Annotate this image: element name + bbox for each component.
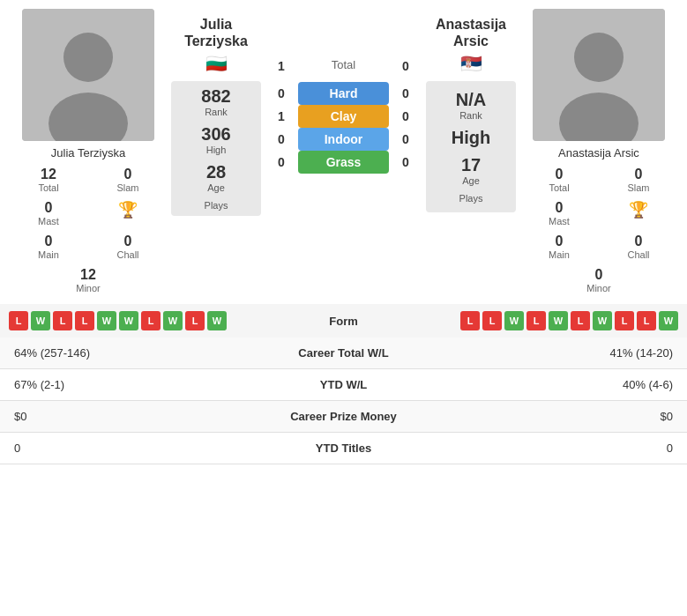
right-form-badge-1: L bbox=[482, 311, 502, 330]
right-mast-value: 0 bbox=[556, 200, 564, 216]
left-trophy-icon: 🏆 bbox=[118, 200, 138, 219]
top-section: Julia Terziyska 12 Total 0 Slam 0 Mast 🏆… bbox=[0, 0, 687, 297]
right-rank-value: N/A bbox=[456, 90, 486, 110]
right-trophy-icon: 🏆 bbox=[629, 200, 648, 219]
stats-left-3: 0 bbox=[0, 433, 227, 464]
left-detail-name: Julia Terziyska bbox=[171, 16, 261, 49]
left-form-badge-3: L bbox=[75, 311, 94, 330]
left-high-value: 306 bbox=[201, 124, 230, 145]
surface-btn-clay[interactable]: Clay bbox=[298, 105, 389, 128]
left-total-cell: 12 Total bbox=[9, 163, 88, 197]
left-main-cell: 0 Main bbox=[9, 230, 88, 263]
right-form-badge-7: L bbox=[615, 311, 634, 330]
right-main-label: Main bbox=[549, 249, 570, 260]
left-main-value: 0 bbox=[45, 234, 53, 249]
stats-right-3: 0 bbox=[460, 433, 687, 464]
surface-left-score-3: 0 bbox=[268, 155, 295, 169]
stats-label-1: YTD W/L bbox=[227, 369, 460, 401]
surface-row-hard[interactable]: 0 Hard 0 bbox=[268, 82, 419, 105]
left-plays-label: Plays bbox=[205, 200, 228, 211]
stats-label-2: Career Prize Money bbox=[227, 401, 460, 433]
right-slam-cell: 0 Slam bbox=[599, 163, 678, 197]
left-detail-stats: 882 Rank 306 High 28 Age Plays bbox=[171, 81, 261, 216]
left-form-badge-7: W bbox=[163, 311, 183, 330]
right-main-cell: 0 Main bbox=[519, 230, 599, 263]
right-plays-stat: Plays bbox=[459, 193, 483, 204]
surface-section: 1 Total 0 0 Hard 0 1 Clay 0 0 Indoor 0 0… bbox=[265, 51, 422, 297]
left-rank-label: Rank bbox=[205, 107, 228, 117]
left-form-badge-9: W bbox=[207, 311, 227, 330]
left-chall-cell: 0 Chall bbox=[88, 230, 168, 263]
surface-right-score-2: 0 bbox=[392, 132, 419, 146]
left-form-badge-2: L bbox=[53, 311, 72, 330]
stats-label-0: Career Total W/L bbox=[227, 338, 460, 369]
stats-row-0: 64% (257-146) Career Total W/L 41% (14-2… bbox=[0, 338, 687, 369]
left-rank-stat: 882 Rank bbox=[201, 86, 230, 117]
surface-left-score-0: 0 bbox=[268, 86, 295, 100]
left-total-value: 12 bbox=[41, 167, 56, 182]
right-slam-value: 0 bbox=[635, 167, 643, 182]
right-minor-value: 0 bbox=[595, 267, 603, 283]
left-mast-value: 0 bbox=[45, 200, 53, 216]
left-age-label: Age bbox=[207, 182, 225, 193]
surface-left-score-2: 0 bbox=[268, 132, 295, 146]
left-chall-value: 0 bbox=[124, 234, 132, 249]
right-total-label: Total bbox=[549, 182, 569, 193]
left-player-name: Julia Terziyska bbox=[51, 146, 125, 160]
stats-left-0: 64% (257-146) bbox=[0, 338, 227, 369]
left-slam-cell: 0 Slam bbox=[88, 163, 168, 197]
left-form-badges: LWLLWWLWLW bbox=[9, 311, 291, 330]
surface-btn-indoor[interactable]: Indoor bbox=[298, 128, 389, 151]
left-form-badge-1: W bbox=[31, 311, 50, 330]
surface-row-clay[interactable]: 1 Clay 0 bbox=[268, 105, 419, 128]
surface-btn-hard[interactable]: Hard bbox=[298, 82, 389, 105]
surface-right-score-0: 0 bbox=[392, 86, 419, 100]
left-minor-label: Minor bbox=[76, 283, 101, 293]
surface-btn-grass[interactable]: Grass bbox=[298, 151, 389, 174]
left-detail-box: Julia Terziyska 🇧🇬 882 Rank 306 High 28 … bbox=[168, 9, 265, 297]
form-section: LWLLWWLWLW Form LLWLWLWLLW bbox=[0, 304, 687, 338]
surface-right-score-3: 0 bbox=[392, 155, 419, 169]
right-main-value: 0 bbox=[556, 234, 564, 249]
right-minor-cell: 0 Minor bbox=[559, 263, 638, 297]
right-form-badge-0: L bbox=[460, 311, 480, 330]
right-age-stat: 17 Age bbox=[461, 155, 481, 186]
left-form-badge-6: L bbox=[141, 311, 161, 330]
right-total-cell: 0 Total bbox=[519, 163, 599, 197]
right-rank-stat: N/A Rank bbox=[456, 90, 486, 121]
right-total-score: 0 bbox=[392, 59, 419, 73]
left-form-badge-0: L bbox=[9, 311, 28, 330]
stats-right-0: 41% (14-20) bbox=[460, 338, 687, 369]
left-mast-cell: 0 Mast bbox=[9, 197, 88, 230]
right-player-card: Anastasija Arsic 0 Total 0 Slam 0 Mast 🏆… bbox=[519, 9, 678, 297]
right-chall-cell: 0 Chall bbox=[599, 230, 678, 263]
right-player-stats: 0 Total 0 Slam 0 Mast 🏆 0 Main 0 Chall bbox=[519, 163, 678, 297]
surface-row-grass[interactable]: 0 Grass 0 bbox=[268, 151, 419, 174]
right-detail-stats: N/A Rank High 17 Age Plays bbox=[426, 81, 516, 212]
left-total-label: Total bbox=[38, 182, 58, 193]
left-age-value: 28 bbox=[206, 162, 226, 182]
right-form-badge-8: L bbox=[637, 311, 656, 330]
left-age-stat: 28 Age bbox=[206, 162, 226, 193]
stats-table: 64% (257-146) Career Total W/L 41% (14-2… bbox=[0, 338, 687, 464]
right-form-badge-3: L bbox=[526, 311, 546, 330]
right-plays-label: Plays bbox=[459, 193, 483, 204]
right-chall-value: 0 bbox=[635, 234, 643, 249]
stats-right-1: 40% (4-6) bbox=[460, 369, 687, 401]
form-label: Form bbox=[291, 315, 397, 328]
left-high-label: High bbox=[206, 145, 227, 155]
left-mast-label: Mast bbox=[38, 216, 59, 226]
right-chall-label: Chall bbox=[627, 249, 649, 260]
right-high-value: High bbox=[452, 128, 490, 148]
stats-row-1: 67% (2-1) YTD W/L 40% (4-6) bbox=[0, 369, 687, 401]
right-minor-label: Minor bbox=[586, 283, 611, 293]
right-form-badge-9: W bbox=[659, 311, 678, 330]
right-form-badge-5: L bbox=[571, 311, 590, 330]
left-player-card: Julia Terziyska 12 Total 0 Slam 0 Mast 🏆… bbox=[9, 9, 168, 297]
left-rank-value: 882 bbox=[201, 86, 230, 107]
right-total-value: 0 bbox=[556, 167, 564, 182]
stats-right-2: $0 bbox=[460, 401, 687, 433]
right-detail-name: Anastasija Arsic bbox=[426, 16, 516, 49]
surface-row-indoor[interactable]: 0 Indoor 0 bbox=[268, 128, 419, 151]
left-minor-value: 12 bbox=[80, 267, 96, 283]
